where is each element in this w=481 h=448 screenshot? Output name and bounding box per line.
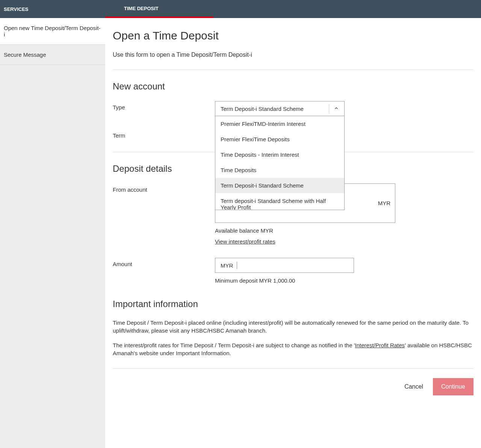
interest-profit-rates-link[interactable]: Interest/Profit Rates xyxy=(355,342,405,348)
important-text-1: Time Deposit / Term Deposit-i placed onl… xyxy=(113,319,473,334)
divider xyxy=(113,368,473,369)
section-heading-important: Important information xyxy=(113,299,473,309)
tab-services[interactable]: SERVICES xyxy=(0,0,105,18)
chevron-up-icon xyxy=(334,106,339,112)
page-title: Open a Time Deposit xyxy=(113,29,473,42)
amount-input[interactable]: MYR xyxy=(215,258,354,273)
sidebar-item-secure-message[interactable]: Secure Message xyxy=(0,45,105,65)
cancel-button[interactable]: Cancel xyxy=(401,379,426,395)
amount-prefix: MYR xyxy=(221,262,233,269)
important-text-2-pre: The interest/profit rates for Time Depos… xyxy=(113,342,355,348)
type-select-value: Term Deposit-i Standard Scheme xyxy=(221,106,304,112)
from-account-label: From account xyxy=(113,183,215,193)
type-label: Type xyxy=(113,101,215,110)
section-heading-new-account: New account xyxy=(113,81,473,92)
tab-time-deposit[interactable]: TIME DEPOSIT xyxy=(105,0,213,18)
select-separator xyxy=(329,104,329,113)
available-balance-text: Available balance MYR xyxy=(215,227,473,234)
term-label: Term xyxy=(113,129,215,139)
type-option-0[interactable]: Premier FlexiTMD-Interim Interest xyxy=(215,116,344,132)
minimum-deposit-text: Minimum deposit MYR 1,000.00 xyxy=(215,277,473,284)
important-text-2: The interest/profit rates for Time Depos… xyxy=(113,341,473,357)
header-bar: SERVICES TIME DEPOSIT xyxy=(0,0,481,18)
type-option-1[interactable]: Premier FlexiTime Deposits xyxy=(215,132,344,147)
view-rates-link[interactable]: View interest/profit rates xyxy=(215,238,275,245)
type-option-4[interactable]: Term Deposit-i Standard Scheme xyxy=(215,178,344,193)
main-content: Open a Time Deposit Use this form to ope… xyxy=(105,18,481,448)
type-dropdown[interactable]: Premier FlexiTMD-Interim Interest Premie… xyxy=(215,116,345,210)
amount-label: Amount xyxy=(113,258,215,267)
type-option-5[interactable]: Term deposit-i Standard Scheme with Half… xyxy=(215,193,344,210)
sidebar: Open new Time Deposit/Term Deposit-i Sec… xyxy=(0,18,105,448)
text-cursor xyxy=(237,262,237,269)
page-subtitle: Use this form to open a Time Deposit/Ter… xyxy=(113,51,473,58)
sidebar-item-open-time-deposit[interactable]: Open new Time Deposit/Term Deposit-i xyxy=(0,18,105,45)
divider xyxy=(113,70,473,70)
type-select[interactable]: Term Deposit-i Standard Scheme xyxy=(215,101,345,116)
type-option-2[interactable]: Time Deposits - Interim Interest xyxy=(215,147,344,162)
continue-button[interactable]: Continue xyxy=(433,378,473,395)
type-option-3[interactable]: Time Deposits xyxy=(215,162,344,178)
